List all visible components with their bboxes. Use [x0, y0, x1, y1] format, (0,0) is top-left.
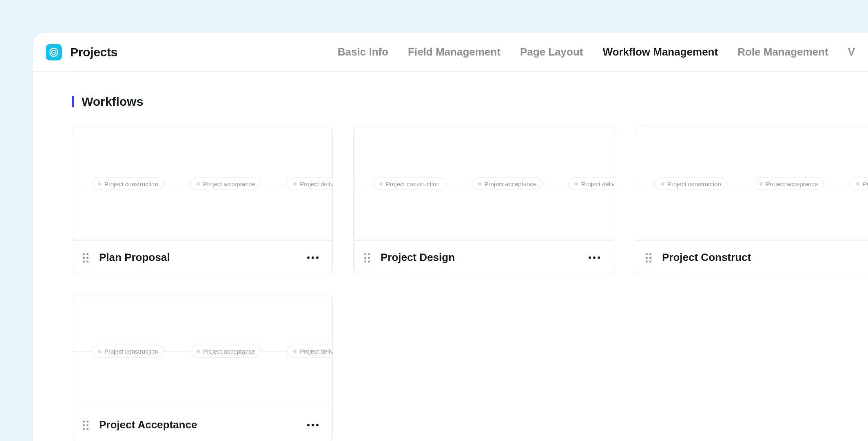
pill-label: Project construction	[104, 180, 158, 187]
workflow-footer: Project Construct	[635, 241, 868, 274]
workflow-row: Project construction Project acceptance …	[52, 127, 848, 274]
workflow-card[interactable]: Project construction Project acceptance …	[72, 127, 333, 274]
stage-pill: Project acceptance	[753, 178, 824, 190]
pill-dot-icon	[98, 350, 101, 353]
stage-pill: Project delivery	[287, 178, 332, 190]
pill-label: Project acceptance	[203, 180, 255, 187]
svg-point-2	[53, 51, 54, 53]
pill-dot-icon	[197, 350, 200, 353]
page-title: Projects	[70, 45, 117, 59]
stage-pill: Project construction	[92, 345, 164, 358]
drag-handle-icon[interactable]	[83, 421, 92, 430]
main-panel: Projects Basic Info Field Management Pag…	[33, 33, 868, 441]
pill-label: Project construction	[386, 180, 440, 187]
flow-pills: Project construction Project acceptance …	[92, 178, 332, 190]
content: Workflows Project construction Project a…	[33, 72, 868, 441]
pill-label: Project delivery	[581, 180, 614, 187]
pill-label: Project delivery	[300, 180, 332, 187]
flow-pills: Project construction Project acceptance …	[92, 345, 332, 358]
topbar: Projects Basic Info Field Management Pag…	[33, 33, 868, 72]
workflow-title: Plan Proposal	[99, 251, 170, 264]
tabs: Basic Info Field Management Page Layout …	[338, 46, 855, 58]
workflow-preview: Project construction Project acceptance …	[354, 127, 614, 241]
pill-label: Project acceptance	[766, 180, 818, 187]
tab-overflow[interactable]: V	[848, 46, 855, 58]
stage-pill: Project construction	[92, 178, 164, 190]
more-button[interactable]	[585, 253, 603, 262]
section-accent-bar	[72, 96, 74, 107]
target-icon	[49, 47, 59, 58]
tab-workflow-management[interactable]: Workflow Management	[602, 46, 718, 58]
workflow-card[interactable]: Project construction Project acceptance …	[635, 127, 868, 274]
more-button[interactable]	[304, 421, 322, 430]
workflow-footer: Project Acceptance	[72, 408, 332, 441]
workflow-preview: Project construction Project acceptance …	[72, 294, 332, 408]
workflow-title: Project Acceptance	[99, 419, 197, 431]
stage-pill: Project delivery	[287, 345, 332, 358]
stage-pill: Project delivery	[850, 178, 868, 190]
pill-dot-icon	[293, 182, 297, 185]
workflow-card[interactable]: Project construction Project acceptance …	[72, 294, 333, 441]
workflow-row: Project construction Project acceptance …	[52, 294, 848, 441]
flow-pills: Project construction Project acceptance …	[655, 178, 868, 190]
stage-pill: Project acceptance	[472, 178, 543, 190]
pill-label: Project construction	[104, 348, 158, 355]
pill-dot-icon	[575, 182, 578, 185]
drag-handle-icon[interactable]	[364, 253, 373, 262]
app-icon	[46, 44, 62, 60]
pill-label: Project delivery	[300, 348, 332, 355]
pill-dot-icon	[760, 182, 763, 185]
workflow-preview: Project construction Project acceptance …	[635, 127, 868, 241]
stage-pill: Project acceptance	[190, 178, 261, 190]
pill-dot-icon	[293, 350, 297, 353]
stage-pill: Project delivery	[569, 178, 614, 190]
workflow-title: Project Design	[381, 251, 455, 264]
pill-label: Project delivery	[863, 180, 868, 187]
drag-handle-icon[interactable]	[646, 253, 655, 262]
tab-page-layout[interactable]: Page Layout	[520, 46, 583, 58]
tab-basic-info[interactable]: Basic Info	[338, 46, 388, 58]
stage-pill: Project construction	[655, 178, 727, 190]
stage-pill: Project acceptance	[190, 345, 261, 358]
tab-role-management[interactable]: Role Management	[737, 46, 828, 58]
pill-dot-icon	[197, 182, 200, 185]
section-header: Workflows	[52, 95, 848, 109]
more-button[interactable]	[304, 253, 322, 262]
workflow-footer: Plan Proposal	[72, 241, 332, 274]
workflow-title: Project Construct	[662, 251, 751, 264]
pill-dot-icon	[379, 182, 383, 185]
pill-dot-icon	[856, 182, 859, 185]
stage-pill: Project construction	[373, 178, 446, 190]
pill-dot-icon	[98, 182, 101, 185]
drag-handle-icon[interactable]	[83, 253, 92, 262]
pill-dot-icon	[478, 182, 481, 185]
section-title: Workflows	[82, 95, 143, 109]
pill-dot-icon	[661, 182, 664, 185]
tab-field-management[interactable]: Field Management	[408, 46, 500, 58]
pill-label: Project acceptance	[485, 180, 537, 187]
workflow-footer: Project Design	[354, 241, 614, 274]
workflow-preview: Project construction Project acceptance …	[72, 127, 332, 241]
flow-pills: Project construction Project acceptance …	[373, 178, 614, 190]
pill-label: Project construction	[667, 180, 721, 187]
workflow-card[interactable]: Project construction Project acceptance …	[353, 127, 614, 274]
pill-label: Project acceptance	[203, 348, 255, 355]
